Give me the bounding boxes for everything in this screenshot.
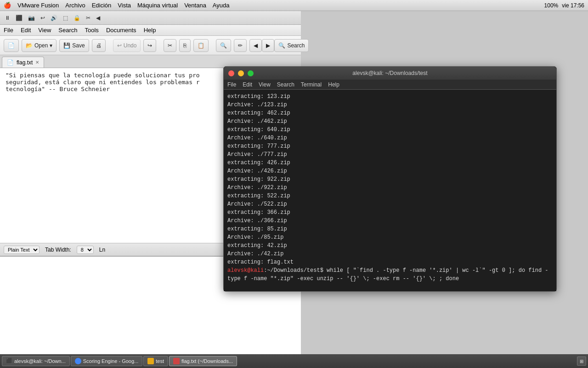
undo-icon: ↩ xyxy=(117,42,122,49)
gedit-edit-menu[interactable]: Edit xyxy=(21,27,31,34)
taskbar-terminal-label: alevsk@kali: ~/Down... xyxy=(14,358,66,364)
terminal-title: alevsk@kali: ~/Downloads/test xyxy=(352,70,427,76)
undo-button[interactable]: ↩ Undo xyxy=(113,39,141,52)
tab-width-selector[interactable]: 8 xyxy=(77,246,94,254)
taskbar: ⬛ alevsk@kali: ~/Down... Scoring Engine … xyxy=(0,354,588,368)
vmware-arrow-btn[interactable]: ◀ xyxy=(94,14,102,22)
nav-back-button[interactable]: ◀ xyxy=(249,39,262,52)
terminal-line: Archive: ./522.zip xyxy=(227,200,553,208)
terminal-prompt-line: alevsk@kali:~/Downloads/test$ while [ "`… xyxy=(227,266,553,283)
terminal-line: Archive: ./123.zip xyxy=(227,101,553,109)
battery-indicator: 100% xyxy=(544,2,559,9)
vmware-lock-btn[interactable]: 🔒 xyxy=(72,14,82,22)
vmware-snap-btn[interactable]: 📷 xyxy=(26,14,37,22)
terminal-line: extracting: 42.zip xyxy=(227,242,553,250)
vmware-cut-btn[interactable]: ✂ xyxy=(84,14,92,22)
tab-label: flag.txt xyxy=(17,59,33,66)
terminal-minimize-btn[interactable] xyxy=(238,70,244,76)
terminal-close-btn[interactable] xyxy=(228,70,234,76)
gedit-view-menu[interactable]: View xyxy=(38,27,51,34)
terminal-file-menu[interactable]: File xyxy=(227,81,236,88)
vmware-stop-btn[interactable]: ⬛ xyxy=(14,14,24,22)
find-icon: 🔍 xyxy=(220,42,227,49)
gedit-tab-flag[interactable]: 📄 flag.txt ✕ xyxy=(2,57,44,68)
terminal-terminal-menu[interactable]: Terminal xyxy=(301,81,322,88)
vmware-sound-btn[interactable]: 🔊 xyxy=(49,14,59,22)
terminal-view-menu[interactable]: View xyxy=(259,81,271,88)
find-button[interactable]: 🔍 xyxy=(216,39,231,52)
terminal-line: extracting: 522.zip xyxy=(227,192,553,200)
save-button[interactable]: 💾 Save xyxy=(59,39,89,52)
gedit-help-menu[interactable]: Help xyxy=(144,27,156,34)
open-arrow-icon: ▾ xyxy=(50,42,52,49)
archivo-menu[interactable]: Archivo xyxy=(65,2,85,9)
terminal-line: extracting: 777.zip xyxy=(227,142,553,150)
vmware-full-btn[interactable]: ⬚ xyxy=(61,14,70,22)
gedit-app-toolbar: 📄 📂 Open ▾ 💾 Save 🖨 ↩ Undo ↪ xyxy=(0,36,301,55)
gedit-tools-menu[interactable]: Tools xyxy=(85,27,99,34)
taskbar-item-terminal[interactable]: ⬛ alevsk@kali: ~/Down... xyxy=(2,356,70,366)
terminal-help-menu[interactable]: Help xyxy=(328,81,339,88)
terminal-line: extracting: 922.zip xyxy=(227,175,553,184)
search-btn-container: ◀ ▶ 🔍 Search xyxy=(249,39,309,52)
terminal-line: Archive: ./462.zip xyxy=(227,117,553,126)
terminal-prompt-user: alevsk@kali xyxy=(227,267,264,274)
gedit-documents-menu[interactable]: Documents xyxy=(106,27,136,34)
edicion-menu[interactable]: Edición xyxy=(92,2,112,9)
taskbar-item-flagtxt[interactable]: flag.txt (~/Downloads... xyxy=(169,356,237,366)
terminal-line: Archive: ./777.zip xyxy=(227,150,553,159)
terminal-line: Archive: ./640.zip xyxy=(227,134,553,142)
mac-menubar: 🍎 VMware Fusion Archivo Edición Vista Má… xyxy=(0,0,588,11)
terminal-line: Archive: ./85.zip xyxy=(227,233,553,242)
taskbar-windows-btn[interactable]: ⊞ xyxy=(577,356,586,366)
vista-menu[interactable]: Vista xyxy=(118,2,131,9)
vmware-toolbar: ⏸ ⬛ 📷 ↩ 🔊 ⬚ 🔒 ✂ ◀ xyxy=(0,11,301,25)
vmware-pause-btn[interactable]: ⏸ xyxy=(3,14,12,22)
language-selector[interactable]: Plain Text xyxy=(4,246,40,254)
terminal-line: extracting: 640.zip xyxy=(227,126,553,134)
ln-col-indicator: Ln xyxy=(99,247,105,253)
terminal-line: extracting: 426.zip xyxy=(227,159,553,167)
vmware-menu[interactable]: VMware Fusion xyxy=(17,2,59,9)
terminal-maximize-btn[interactable] xyxy=(248,70,254,76)
terminal-window: alevsk@kali: ~/Downloads/test File Edit … xyxy=(223,66,557,292)
terminal-line: extracting: 462.zip xyxy=(227,109,553,117)
cut-button[interactable]: ✂ xyxy=(164,39,176,52)
ayuda-menu[interactable]: Ayuda xyxy=(213,2,230,9)
terminal-menubar: File Edit View Search Terminal Help xyxy=(224,80,556,90)
open-button[interactable]: 📂 Open ▾ xyxy=(22,39,57,52)
terminal-edit-menu[interactable]: Edit xyxy=(243,81,252,88)
redo-icon: ↪ xyxy=(147,42,152,49)
taskbar-item-folder[interactable]: test xyxy=(143,356,168,366)
clock: vie 17:56 xyxy=(562,2,584,9)
gedit-search-menu[interactable]: Search xyxy=(58,27,77,34)
nav-forward-button[interactable]: ▶ xyxy=(262,39,274,52)
search-button[interactable]: 🔍 Search xyxy=(274,39,309,52)
editor-text: "Si piensas que la tecnología puede solu… xyxy=(6,72,200,92)
new-button[interactable]: 📄 xyxy=(4,39,19,52)
terminal-line: extracting: 85.zip xyxy=(227,225,553,233)
maquina-virtual-menu[interactable]: Máquina virtual xyxy=(137,2,178,9)
terminal-search-menu[interactable]: Search xyxy=(277,81,294,88)
redo-button[interactable]: ↪ xyxy=(143,39,156,52)
terminal-content[interactable]: extracting: 123.zipArchive: ./123.zip ex… xyxy=(224,90,556,291)
replace-icon: ✏ xyxy=(238,42,243,49)
taskbar-right: ⊞ xyxy=(577,356,586,366)
print-button[interactable]: 🖨 xyxy=(92,39,106,52)
taskbar-browser-label: Scoring Engine - Goog... xyxy=(83,358,138,364)
apple-menu[interactable]: 🍎 xyxy=(4,2,11,9)
replace-button[interactable]: ✏ xyxy=(234,39,247,52)
vmware-back-btn[interactable]: ↩ xyxy=(39,14,47,22)
gedit-file-menu[interactable]: File xyxy=(4,27,13,34)
paste-button[interactable]: 📋 xyxy=(193,39,209,52)
tab-icon: 📄 xyxy=(7,59,14,66)
gedit-menubar: File Edit View Search Tools Documents He… xyxy=(0,25,301,36)
copy-icon: ⎘ xyxy=(183,42,187,49)
copy-button[interactable]: ⎘ xyxy=(179,39,191,52)
taskbar-item-browser[interactable]: Scoring Engine - Goog... xyxy=(71,356,142,366)
ventana-menu[interactable]: Ventana xyxy=(184,2,206,9)
tab-close-btn[interactable]: ✕ xyxy=(35,60,39,65)
terminal-prompt-path: :~/Downloads/test$ xyxy=(264,267,323,274)
terminal-line: extracting: 123.zip xyxy=(227,92,553,101)
terminal-line: Archive: ./42.zip xyxy=(227,250,553,258)
